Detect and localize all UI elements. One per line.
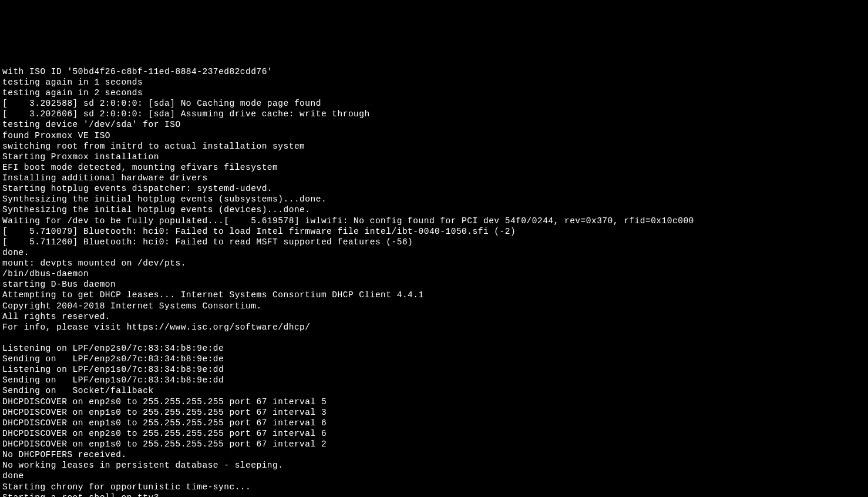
terminal-line: /bin/dbus-daemon xyxy=(2,268,866,279)
terminal-line: found Proxmox VE ISO xyxy=(2,130,866,141)
terminal-line: Synthesizing the initial hotplug events … xyxy=(2,204,866,215)
terminal-line: All rights reserved. xyxy=(2,311,866,322)
terminal-line: Starting Proxmox installation xyxy=(2,152,866,162)
terminal-line: Sending on LPF/enp1s0/7c:83:34:b8:9e:dd xyxy=(2,375,866,385)
terminal-line: DHCPDISCOVER on enp2s0 to 255.255.255.25… xyxy=(2,428,866,439)
terminal-line: Starting hotplug events dispatcher: syst… xyxy=(2,183,866,194)
terminal-line: DHCPDISCOVER on enp2s0 to 255.255.255.25… xyxy=(2,397,866,407)
terminal-line: Sending on LPF/enp2s0/7c:83:34:b8:9e:de xyxy=(2,354,866,364)
terminal-line: Attempting to get DHCP leases... Interne… xyxy=(2,290,866,300)
terminal-line: done. xyxy=(2,247,866,258)
terminal-line: mount: devpts mounted on /dev/pts. xyxy=(2,258,866,268)
terminal-line: No DHCPOFFERS received. xyxy=(2,449,866,460)
terminal-line: Sending on Socket/fallback xyxy=(2,385,866,396)
terminal-line: DHCPDISCOVER on enp1s0 to 255.255.255.25… xyxy=(2,418,866,428)
terminal-line: testing again in 1 seconds xyxy=(2,77,866,88)
terminal-line: [ 5.710079] Bluetooth: hci0: Failed to l… xyxy=(2,226,866,237)
terminal-line: with ISO ID '50bd4f26-c8bf-11ed-8884-237… xyxy=(2,66,866,77)
terminal-line xyxy=(2,333,866,343)
terminal-line: starting D-Bus daemon xyxy=(2,279,866,290)
terminal-line: [ 5.711260] Bluetooth: hci0: Failed to r… xyxy=(2,237,866,247)
terminal-line: EFI boot mode detected, mounting efivars… xyxy=(2,162,866,173)
terminal-output[interactable]: with ISO ID '50bd4f26-c8bf-11ed-8884-237… xyxy=(2,45,866,498)
terminal-line: Listening on LPF/enp2s0/7c:83:34:b8:9e:d… xyxy=(2,343,866,354)
terminal-line: Starting a root shell on tty3. xyxy=(2,492,866,497)
terminal-line: testing again in 2 seconds xyxy=(2,88,866,98)
terminal-line: Synthesizing the initial hotplug events … xyxy=(2,194,866,204)
terminal-line: Installing additional hardware drivers xyxy=(2,173,866,183)
terminal-line: For info, please visit https://www.isc.o… xyxy=(2,322,866,333)
terminal-line: No working leases in persistent database… xyxy=(2,460,866,471)
terminal-line: testing device '/dev/sda' for ISO xyxy=(2,119,866,130)
terminal-line: done xyxy=(2,471,866,481)
terminal-line: Waiting for /dev to be fully populated..… xyxy=(2,216,866,226)
terminal-line: DHCPDISCOVER on enp1s0 to 255.255.255.25… xyxy=(2,407,866,418)
terminal-line: Starting chrony for opportunistic time-s… xyxy=(2,482,866,492)
terminal-line: [ 3.202606] sd 2:0:0:0: [sda] Assuming d… xyxy=(2,109,866,119)
terminal-line: [ 3.202588] sd 2:0:0:0: [sda] No Caching… xyxy=(2,98,866,109)
terminal-line: switching root from initrd to actual ins… xyxy=(2,141,866,152)
terminal-line: DHCPDISCOVER on enp1s0 to 255.255.255.25… xyxy=(2,439,866,449)
terminal-line: Copyright 2004-2018 Internet Systems Con… xyxy=(2,301,866,311)
terminal-line: Listening on LPF/enp1s0/7c:83:34:b8:9e:d… xyxy=(2,364,866,375)
